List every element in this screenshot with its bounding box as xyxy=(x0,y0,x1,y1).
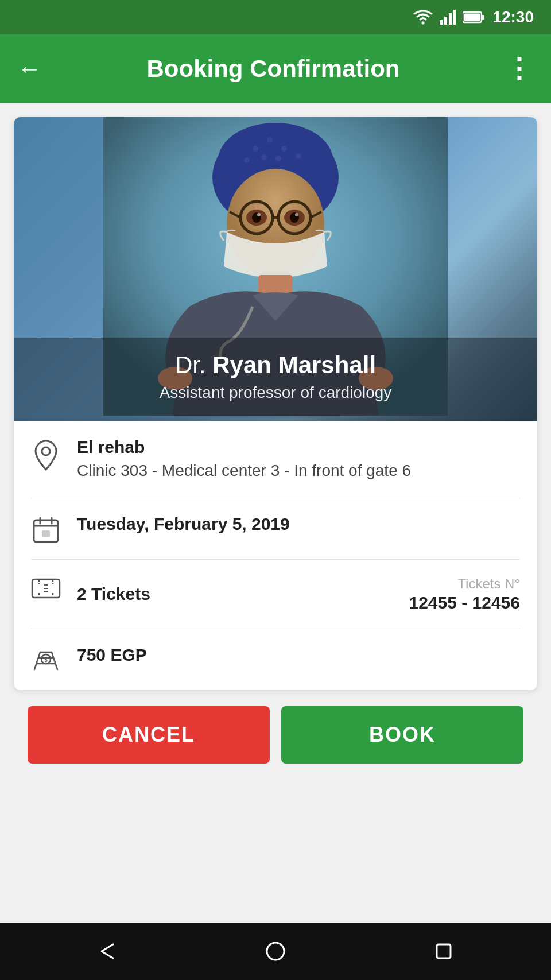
svg-point-15 xyxy=(276,156,281,161)
svg-text:$: $ xyxy=(44,657,48,663)
doctor-specialty: Assistant professor of cardiology xyxy=(31,384,520,402)
date-content: Tuesday, February 5, 2019 xyxy=(77,514,520,534)
svg-rect-38 xyxy=(42,530,50,537)
bottom-nav xyxy=(0,923,551,980)
svg-point-13 xyxy=(281,146,287,152)
battery-icon xyxy=(463,11,486,24)
svg-rect-3 xyxy=(449,13,452,25)
book-button[interactable]: BOOK xyxy=(281,706,523,764)
main-content: Dr. Ryan Marshall Assistant professor of… xyxy=(0,103,551,923)
location-subtitle: Clinic 303 - Medical center 3 - In front… xyxy=(77,459,520,482)
svg-point-17 xyxy=(296,153,301,159)
ticket-numbers: 12455 - 12456 xyxy=(409,593,520,613)
info-section: El rehab Clinic 303 - Medical center 3 -… xyxy=(14,421,537,690)
button-row: CANCEL BOOK xyxy=(14,690,537,780)
doctor-info-overlay: Dr. Ryan Marshall Assistant professor of… xyxy=(14,338,537,421)
ticket-icon xyxy=(31,576,61,599)
svg-point-29 xyxy=(295,213,298,216)
svg-point-28 xyxy=(257,213,261,216)
price-row: $ 750 EGP xyxy=(31,629,520,690)
status-icons: 12:30 xyxy=(413,8,534,26)
svg-rect-1 xyxy=(440,20,443,25)
doctor-card: Dr. Ryan Marshall Assistant professor of… xyxy=(14,117,537,690)
location-content: El rehab Clinic 303 - Medical center 3 -… xyxy=(77,437,520,482)
more-menu-button[interactable]: ⋮ xyxy=(505,55,534,83)
doctor-name-full: Ryan Marshall xyxy=(212,351,376,378)
tickets-row: 2 Tickets Tickets N° 12455 - 12456 xyxy=(31,560,520,629)
price-content: 750 EGP xyxy=(77,645,520,665)
doctor-image: Dr. Ryan Marshall Assistant professor of… xyxy=(14,117,537,421)
status-time: 12:30 xyxy=(492,8,534,26)
wifi-icon xyxy=(413,10,433,25)
doctor-name: Dr. Ryan Marshall xyxy=(31,351,520,379)
svg-rect-7 xyxy=(464,14,480,21)
svg-point-14 xyxy=(261,154,267,160)
calendar-icon xyxy=(31,514,61,543)
svg-rect-50 xyxy=(437,944,451,958)
svg-rect-4 xyxy=(453,10,456,25)
tickets-content: 2 Tickets Tickets N° 12455 - 12456 xyxy=(77,576,520,613)
svg-point-12 xyxy=(267,137,273,143)
price-value: 750 EGP xyxy=(77,645,520,665)
page-title: Booking Confirmation xyxy=(147,55,400,83)
location-row: El rehab Clinic 303 - Medical center 3 -… xyxy=(31,421,520,498)
home-nav-button[interactable] xyxy=(265,941,286,962)
svg-rect-2 xyxy=(444,17,447,25)
ticket-label: Tickets N° xyxy=(409,576,520,592)
location-icon xyxy=(31,437,61,471)
date-row: Tuesday, February 5, 2019 xyxy=(31,498,520,560)
price-icon: $ xyxy=(31,645,61,674)
ticket-info-row: 2 Tickets Tickets N° 12455 - 12456 xyxy=(77,576,520,613)
date-value: Tuesday, February 5, 2019 xyxy=(77,514,520,534)
back-nav-button[interactable] xyxy=(97,941,118,962)
svg-point-16 xyxy=(244,157,250,163)
svg-point-33 xyxy=(42,447,50,455)
ticket-count: 2 Tickets xyxy=(77,584,150,604)
ticket-label-group: Tickets N° 12455 - 12456 xyxy=(409,576,520,613)
svg-rect-6 xyxy=(482,15,484,20)
location-title: El rehab xyxy=(77,437,520,457)
back-button[interactable]: ← xyxy=(17,55,41,83)
signal-icon xyxy=(440,10,456,25)
recents-nav-button[interactable] xyxy=(433,941,454,962)
cancel-button[interactable]: CANCEL xyxy=(28,706,270,764)
svg-point-11 xyxy=(253,146,258,152)
app-bar: ← Booking Confirmation ⋮ xyxy=(0,34,551,103)
doctor-name-prefix: Dr. xyxy=(175,351,212,378)
status-bar: 12:30 xyxy=(0,0,551,34)
svg-point-49 xyxy=(267,943,284,960)
svg-point-0 xyxy=(422,22,425,25)
